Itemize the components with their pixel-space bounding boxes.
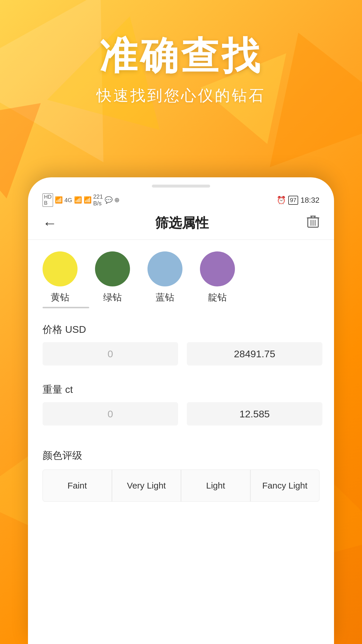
status-right: ⏰ 97 18:32	[277, 196, 319, 205]
diamond-item-blue[interactable]: 蓝钻	[147, 251, 182, 304]
main-title: 准确查找	[0, 35, 362, 77]
weight-min-input[interactable]	[43, 402, 178, 426]
diamond-item-green[interactable]: 绿钻	[95, 251, 130, 304]
diamond-section: 黄钻 绿钻 蓝钻 靛钻	[28, 240, 334, 314]
green-diamond-circle	[95, 251, 130, 286]
price-min-input[interactable]	[43, 342, 178, 365]
diamond-item-purple[interactable]: 靛钻	[200, 251, 235, 304]
back-button[interactable]: ←	[43, 215, 57, 232]
signal-icon: 📶	[55, 196, 63, 204]
signal2-icon: 📶	[74, 196, 82, 204]
purple-diamond-label: 靛钻	[208, 291, 227, 304]
phone-notch	[152, 185, 210, 188]
status-left: HDB 📶 4G 📶 📶 221B/s 💬 ⊕	[43, 193, 120, 207]
4g-label: 4G	[64, 197, 72, 204]
status-bar: HDB 📶 4G 📶 📶 221B/s 💬 ⊕ ⏰ 97 18:32	[28, 190, 334, 208]
color-rating-section: 颜色评级 Faint Very Light Light Fancy Light	[28, 443, 334, 502]
weight-section: 重量 ct	[28, 374, 334, 426]
price-max-input[interactable]	[187, 342, 322, 365]
weight-label: 重量 ct	[43, 383, 319, 396]
diamond-item-yellow[interactable]: 黄钻	[43, 251, 78, 304]
diamond-row: 黄钻 绿钻 蓝钻 靛钻	[43, 251, 319, 304]
purple-diamond-circle	[200, 251, 235, 286]
wechat-icon: ⊕	[114, 196, 120, 204]
color-rating-label: 颜色评级	[43, 449, 319, 462]
rating-faint[interactable]: Faint	[43, 470, 112, 502]
data-speed: 221B/s	[93, 193, 103, 207]
weight-max-input[interactable]	[187, 402, 322, 426]
blue-diamond-circle	[147, 251, 182, 286]
price-section: 价格 USD	[28, 314, 334, 365]
rating-very-light[interactable]: Very Light	[112, 470, 181, 502]
sub-title: 快速找到您心仪的钻石	[0, 85, 362, 106]
phone-mockup: HDB 📶 4G 📶 📶 221B/s 💬 ⊕ ⏰ 97 18:32 ← 筛选属…	[28, 177, 334, 644]
chat-icon: 💬	[105, 196, 113, 204]
header-section: 准确查找 快速找到您心仪的钻石	[0, 35, 362, 106]
green-diamond-label: 绿钻	[103, 291, 122, 304]
yellow-diamond-label: 黄钻	[51, 291, 69, 304]
app-header: ← 筛选属性	[28, 208, 334, 240]
hd-badge: HDB	[43, 193, 53, 207]
battery-level: 97	[290, 197, 296, 204]
diamond-tab-underline	[43, 307, 89, 308]
price-label: 价格 USD	[43, 323, 319, 336]
battery-icon: 97	[288, 196, 298, 205]
rating-light[interactable]: Light	[181, 470, 250, 502]
time-display: 18:32	[301, 196, 319, 205]
rating-fancy-light[interactable]: Fancy Light	[250, 470, 320, 502]
wifi-icon: 📶	[84, 196, 92, 204]
page-title: 筛选属性	[155, 214, 209, 232]
delete-button[interactable]	[307, 214, 319, 232]
rating-row: Faint Very Light Light Fancy Light	[43, 470, 319, 502]
weight-input-row	[43, 402, 319, 426]
spacer	[28, 434, 334, 443]
alarm-icon: ⏰	[277, 196, 286, 205]
yellow-diamond-circle	[43, 251, 78, 286]
blue-diamond-label: 蓝钻	[156, 291, 174, 304]
price-input-row	[43, 342, 319, 365]
